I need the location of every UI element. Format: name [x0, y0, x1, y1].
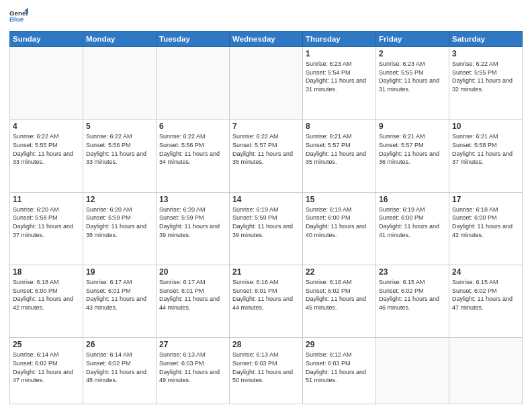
day-number: 24 [452, 267, 519, 277]
calendar-cell: 6Sunrise: 6:22 AM Sunset: 5:56 PM Daylig… [157, 120, 230, 192]
calendar-cell: 24Sunrise: 6:15 AM Sunset: 6:02 PM Dayli… [449, 265, 523, 338]
day-number: 7 [232, 122, 300, 131]
calendar-cell: 25Sunrise: 6:14 AM Sunset: 6:02 PM Dayli… [10, 338, 83, 404]
weekday-wednesday: Wednesday [230, 32, 303, 47]
week-row-3: 11Sunrise: 6:20 AM Sunset: 5:58 PM Dayli… [10, 192, 523, 265]
calendar-cell: 17Sunrise: 6:18 AM Sunset: 6:00 PM Dayli… [449, 192, 523, 265]
day-info: Sunrise: 6:15 AM Sunset: 6:02 PM Dayligh… [379, 278, 446, 312]
day-info: Sunrise: 6:23 AM Sunset: 5:55 PM Dayligh… [379, 60, 446, 93]
weekday-monday: Monday [83, 32, 157, 47]
calendar-cell: 21Sunrise: 6:16 AM Sunset: 6:01 PM Dayli… [230, 265, 303, 338]
calendar-cell [10, 47, 83, 120]
day-info: Sunrise: 6:12 AM Sunset: 6:03 PM Dayligh… [306, 351, 373, 384]
calendar-cell: 13Sunrise: 6:20 AM Sunset: 5:59 PM Dayli… [157, 192, 230, 265]
day-info: Sunrise: 6:18 AM Sunset: 6:00 PM Dayligh… [452, 205, 519, 239]
day-info: Sunrise: 6:20 AM Sunset: 5:59 PM Dayligh… [86, 205, 153, 239]
calendar-cell: 14Sunrise: 6:19 AM Sunset: 5:59 PM Dayli… [230, 192, 303, 265]
weekday-saturday: Saturday [449, 32, 523, 47]
day-number: 16 [379, 195, 446, 204]
logo: General Blue [9, 7, 28, 26]
day-info: Sunrise: 6:17 AM Sunset: 6:01 PM Dayligh… [86, 278, 153, 312]
week-row-4: 18Sunrise: 6:18 AM Sunset: 6:00 PM Dayli… [10, 265, 523, 338]
calendar-cell: 4Sunrise: 6:22 AM Sunset: 5:55 PM Daylig… [10, 120, 83, 192]
calendar-cell: 19Sunrise: 6:17 AM Sunset: 6:01 PM Dayli… [83, 265, 157, 338]
calendar-cell: 8Sunrise: 6:21 AM Sunset: 5:57 PM Daylig… [303, 120, 376, 192]
day-info: Sunrise: 6:18 AM Sunset: 6:00 PM Dayligh… [13, 278, 80, 312]
calendar-cell [230, 47, 303, 120]
day-info: Sunrise: 6:22 AM Sunset: 5:56 PM Dayligh… [159, 132, 226, 166]
day-number: 12 [86, 195, 153, 204]
day-number: 17 [452, 195, 519, 204]
calendar-cell: 22Sunrise: 6:16 AM Sunset: 6:02 PM Dayli… [303, 265, 376, 338]
week-row-5: 25Sunrise: 6:14 AM Sunset: 6:02 PM Dayli… [10, 338, 523, 404]
day-info: Sunrise: 6:22 AM Sunset: 5:56 PM Dayligh… [86, 132, 153, 166]
day-number: 8 [306, 122, 373, 131]
logo-icon: General Blue [9, 7, 28, 26]
calendar-cell: 10Sunrise: 6:21 AM Sunset: 5:58 PM Dayli… [449, 120, 523, 192]
weekday-sunday: Sunday [10, 32, 83, 47]
day-number: 2 [379, 49, 446, 58]
day-info: Sunrise: 6:22 AM Sunset: 5:55 PM Dayligh… [13, 132, 80, 166]
day-number: 4 [13, 122, 80, 131]
day-info: Sunrise: 6:20 AM Sunset: 5:58 PM Dayligh… [13, 205, 80, 239]
calendar-cell [83, 47, 157, 120]
day-info: Sunrise: 6:13 AM Sunset: 6:03 PM Dayligh… [159, 351, 226, 384]
day-info: Sunrise: 6:22 AM Sunset: 5:57 PM Dayligh… [232, 132, 300, 166]
day-info: Sunrise: 6:14 AM Sunset: 6:02 PM Dayligh… [86, 351, 153, 384]
day-number: 6 [159, 122, 226, 131]
day-info: Sunrise: 6:22 AM Sunset: 5:55 PM Dayligh… [452, 60, 519, 93]
calendar-cell: 7Sunrise: 6:22 AM Sunset: 5:57 PM Daylig… [230, 120, 303, 192]
calendar-table: SundayMondayTuesdayWednesdayThursdayFrid… [9, 31, 523, 404]
calendar-cell: 27Sunrise: 6:13 AM Sunset: 6:03 PM Dayli… [157, 338, 230, 404]
calendar-cell: 18Sunrise: 6:18 AM Sunset: 6:00 PM Dayli… [10, 265, 83, 338]
day-number: 19 [86, 267, 153, 277]
week-row-1: 1Sunrise: 6:23 AM Sunset: 5:54 PM Daylig… [10, 47, 523, 120]
calendar-cell: 29Sunrise: 6:12 AM Sunset: 6:03 PM Dayli… [303, 338, 376, 404]
calendar-cell: 20Sunrise: 6:17 AM Sunset: 6:01 PM Dayli… [157, 265, 230, 338]
calendar-cell: 2Sunrise: 6:23 AM Sunset: 5:55 PM Daylig… [376, 47, 449, 120]
day-info: Sunrise: 6:13 AM Sunset: 6:03 PM Dayligh… [232, 351, 300, 384]
calendar-cell: 23Sunrise: 6:15 AM Sunset: 6:02 PM Dayli… [376, 265, 449, 338]
day-number: 15 [306, 195, 373, 204]
day-info: Sunrise: 6:17 AM Sunset: 6:01 PM Dayligh… [159, 278, 226, 312]
day-number: 25 [13, 340, 80, 349]
day-info: Sunrise: 6:14 AM Sunset: 6:02 PM Dayligh… [13, 351, 80, 384]
calendar-cell: 3Sunrise: 6:22 AM Sunset: 5:55 PM Daylig… [449, 47, 523, 120]
day-number: 28 [232, 340, 300, 349]
day-number: 10 [452, 122, 519, 131]
weekday-tuesday: Tuesday [157, 32, 230, 47]
day-number: 9 [379, 122, 446, 131]
day-info: Sunrise: 6:23 AM Sunset: 5:54 PM Dayligh… [306, 60, 373, 93]
day-number: 23 [379, 267, 446, 277]
day-number: 26 [86, 340, 153, 349]
day-info: Sunrise: 6:19 AM Sunset: 6:00 PM Dayligh… [379, 205, 446, 239]
day-number: 29 [306, 340, 373, 349]
day-number: 1 [306, 49, 373, 58]
day-info: Sunrise: 6:16 AM Sunset: 6:01 PM Dayligh… [232, 278, 300, 312]
calendar-cell: 28Sunrise: 6:13 AM Sunset: 6:03 PM Dayli… [230, 338, 303, 404]
weekday-header-row: SundayMondayTuesdayWednesdayThursdayFrid… [10, 32, 523, 47]
day-info: Sunrise: 6:15 AM Sunset: 6:02 PM Dayligh… [452, 278, 519, 312]
calendar-cell: 26Sunrise: 6:14 AM Sunset: 6:02 PM Dayli… [83, 338, 157, 404]
day-info: Sunrise: 6:16 AM Sunset: 6:02 PM Dayligh… [306, 278, 373, 312]
calendar-body: 1Sunrise: 6:23 AM Sunset: 5:54 PM Daylig… [10, 47, 523, 404]
calendar-cell [376, 338, 449, 404]
calendar-cell [449, 338, 523, 404]
day-number: 14 [232, 195, 300, 204]
day-info: Sunrise: 6:21 AM Sunset: 5:58 PM Dayligh… [452, 132, 519, 166]
day-info: Sunrise: 6:19 AM Sunset: 5:59 PM Dayligh… [232, 205, 300, 239]
page: General Blue SundayMondayTuesdayWednesda… [0, 0, 532, 411]
day-number: 27 [159, 340, 226, 349]
day-number: 11 [13, 195, 80, 204]
day-number: 13 [159, 195, 226, 204]
calendar-cell: 9Sunrise: 6:21 AM Sunset: 5:57 PM Daylig… [376, 120, 449, 192]
svg-text:Blue: Blue [9, 15, 24, 23]
calendar-cell: 16Sunrise: 6:19 AM Sunset: 6:00 PM Dayli… [376, 192, 449, 265]
calendar-cell: 15Sunrise: 6:19 AM Sunset: 6:00 PM Dayli… [303, 192, 376, 265]
day-number: 5 [86, 122, 153, 131]
day-info: Sunrise: 6:21 AM Sunset: 5:57 PM Dayligh… [379, 132, 446, 166]
calendar-cell [157, 47, 230, 120]
calendar-cell: 11Sunrise: 6:20 AM Sunset: 5:58 PM Dayli… [10, 192, 83, 265]
weekday-friday: Friday [376, 32, 449, 47]
day-info: Sunrise: 6:21 AM Sunset: 5:57 PM Dayligh… [306, 132, 373, 166]
